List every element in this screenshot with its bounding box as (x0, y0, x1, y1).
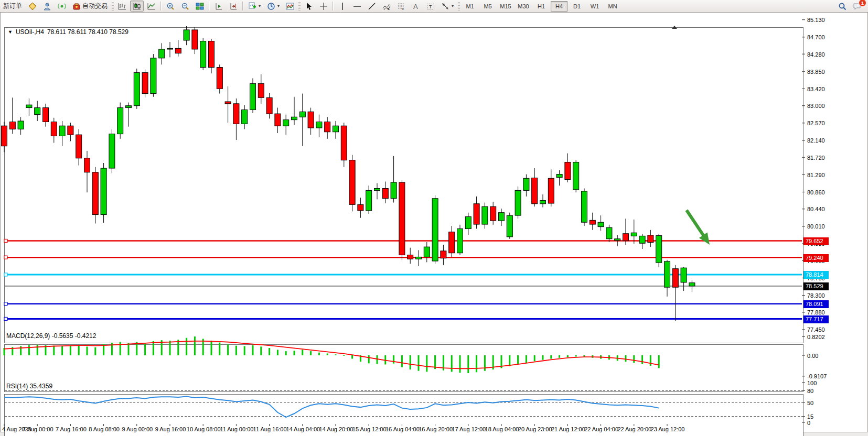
profiles-clock-icon (267, 2, 275, 10)
price-axis-label: 84.700 (807, 34, 825, 40)
price-tag: 77.717 (803, 315, 829, 323)
equidistant-channel-button[interactable]: E (380, 1, 393, 12)
candlestick-chart-icon (133, 2, 141, 10)
arrows-button[interactable]: ▾ (438, 1, 456, 12)
search-button[interactable] (835, 1, 849, 12)
time-axis-label: 21 Aug 12:00 (551, 426, 585, 432)
svg-text:F: F (402, 7, 404, 10)
time-axis-label: 15 Aug 12:00 (352, 426, 387, 432)
bar-chart-button[interactable] (115, 1, 129, 12)
macd-label: MACD(12,26,9) -0.5635 -0.4212 (6, 332, 96, 340)
price-pane[interactable] (4, 27, 803, 343)
text-icon: A (412, 2, 420, 10)
timeframe-m1[interactable]: M1 (462, 1, 478, 12)
price-axis-label: 81.720 (807, 155, 825, 161)
navigator-icon (43, 2, 51, 10)
chevron-down-icon[interactable]: ▾ (452, 4, 454, 8)
crosshair-button[interactable] (317, 1, 330, 12)
svg-text:A: A (413, 3, 418, 10)
timeframe-m15[interactable]: M15 (497, 1, 514, 12)
text-label-button[interactable]: T (424, 1, 437, 12)
price-axis-label: 0.00 (807, 353, 818, 359)
text-button[interactable]: A (409, 1, 423, 12)
chart-window[interactable]: ▼ USOil-,H4 78.611 78.611 78.410 78.529 … (0, 12, 868, 432)
indicators-button[interactable] (283, 1, 297, 12)
zoom-in-button[interactable] (164, 1, 177, 12)
new-order-label: 新订单 (3, 2, 22, 10)
tile-windows-button[interactable] (193, 1, 207, 12)
cursor-button[interactable] (302, 1, 316, 12)
text-label-icon: T (426, 2, 435, 10)
time-axis-label: 23 Aug 12:00 (651, 426, 685, 432)
broadcast-button[interactable] (55, 1, 69, 12)
vertical-line-icon (338, 2, 347, 10)
new-chart-icon (248, 2, 256, 10)
horizontal-line-button[interactable] (350, 1, 364, 12)
price-axis-label: 83.000 (807, 103, 825, 109)
time-axis-label: 20 Aug 23:00 (518, 426, 552, 432)
timeframe-h4[interactable]: H4 (551, 1, 567, 12)
timeframe-m30[interactable]: M30 (515, 1, 532, 12)
time-axis-label: 16 Aug 04:00 (385, 426, 420, 432)
timeframe-toolbar: M1M5M15M30H1H4D1W1MN (461, 1, 621, 12)
notifications-button[interactable]: 1 (850, 1, 864, 12)
tile-windows-icon (196, 2, 204, 10)
macd-pane[interactable] (4, 344, 803, 392)
price-axis-label: 78.300 (807, 292, 825, 299)
toolbar-separator (242, 2, 243, 10)
toolbar-drag-rail (298, 2, 301, 10)
vertical-line-button[interactable] (336, 1, 349, 12)
price-axis-label: 83.420 (807, 86, 825, 92)
timeframe-h1[interactable]: H1 (533, 1, 550, 12)
chevron-down-icon[interactable]: ▾ (259, 4, 261, 8)
fibonacci-button[interactable]: F (394, 1, 408, 12)
line-chart-button[interactable] (145, 1, 158, 12)
price-axis-label: 84.280 (807, 51, 825, 58)
candlestick-chart-button[interactable] (130, 1, 144, 12)
auto-scroll-button[interactable] (212, 1, 226, 12)
price-axis-label: -0.9107 (807, 373, 827, 379)
price-axis-label: 50 (807, 400, 813, 406)
trendline-button[interactable] (365, 1, 379, 12)
time-axis-label: 11 Aug 16:00 (253, 426, 287, 432)
chart-shift-marker[interactable] (672, 26, 677, 29)
zoom-out-button[interactable] (178, 1, 192, 12)
price-axis-label: 85.130 (807, 17, 825, 23)
price-axis-label: 77.450 (807, 326, 825, 333)
notification-badge: 1 (859, 0, 866, 7)
time-axis-label: 14 Aug 20:00 (319, 426, 353, 432)
price-axis-label: 81.290 (807, 172, 825, 178)
navigator-button[interactable] (40, 1, 54, 12)
new-order-button[interactable]: 新订单 (1, 1, 25, 12)
timeframe-w1[interactable]: W1 (586, 1, 603, 12)
market-watch-button[interactable] (26, 1, 39, 12)
new-order-icon (28, 2, 37, 10)
timeframe-d1[interactable]: D1 (569, 1, 585, 12)
timeframe-mn[interactable]: MN (604, 1, 621, 12)
price-axis-label: 80.010 (807, 223, 825, 230)
chevron-down-icon[interactable]: ▾ (277, 4, 280, 8)
auto-trading-button[interactable]: 自动交易 (70, 1, 110, 12)
price-axis-label: 77.880 (807, 309, 825, 315)
chart-shift-button[interactable] (227, 1, 240, 12)
indicators-icon (286, 2, 294, 10)
price-axis-label: 80 (807, 388, 813, 394)
bar-chart-icon (118, 2, 126, 10)
toolbar-separator (160, 2, 162, 10)
timeframe-m5[interactable]: M5 (479, 1, 496, 12)
price-tag: 79.240 (803, 254, 829, 262)
toolbar-separator (333, 2, 334, 10)
new-chart-button[interactable]: ▾ (245, 1, 263, 12)
price-tag: 78.091 (803, 300, 829, 308)
price-axis-label: 15 (807, 413, 813, 420)
toolbar-drag-rail (112, 2, 114, 10)
chevron-down-icon[interactable]: ▼ (8, 29, 13, 35)
cursor-icon (305, 2, 313, 10)
time-axis-label: 17 Aug 12:00 (452, 426, 486, 432)
time-axis-label: 9 Aug 00:00 (122, 426, 153, 432)
symbol-period-label: USOil-,H4 (16, 28, 44, 36)
main-toolbar: 新订单 自动交易 (0, 0, 868, 13)
time-axis-label: 22 Aug 20:00 (617, 426, 651, 432)
profiles-button[interactable]: ▾ (264, 1, 282, 12)
auto-trading-icon (72, 2, 81, 10)
